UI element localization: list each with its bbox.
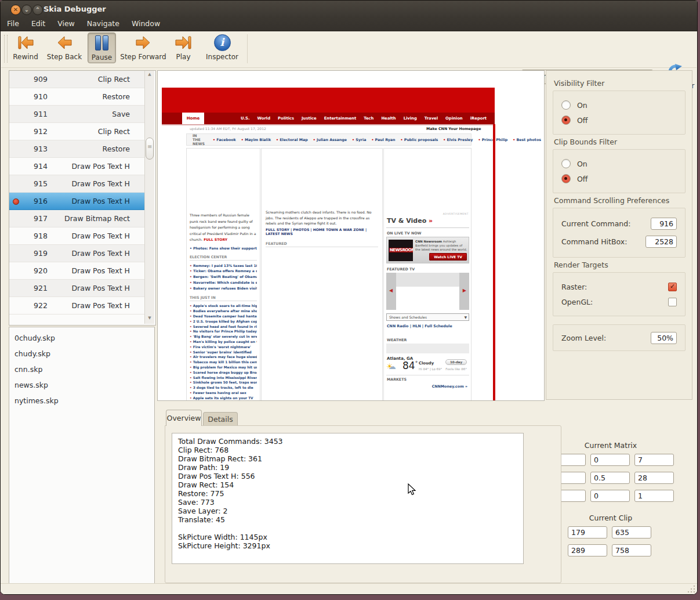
matrix-cell-input[interactable]: 0.5	[590, 472, 630, 484]
clip-bounds-off-option[interactable]: Off	[561, 171, 677, 186]
cnn-nav-bar: U.S.WorldPoliticsJusticeEntertainmentTec…	[162, 113, 495, 124]
tab-details[interactable]: Details	[203, 412, 238, 426]
cnn-featured-header: FEATURED	[266, 241, 378, 247]
cnn-header-banner	[162, 88, 495, 113]
cnn-story-links: FULL STORY | PHOTOS | HOME TOWN A WAR ZO…	[266, 227, 378, 236]
cnn-just-in-item: Apple's stock soars to all-time high	[190, 303, 257, 309]
clip-cell-input[interactable]: 758	[612, 544, 651, 556]
command-index: 919	[34, 249, 48, 258]
command-row[interactable]: 922 Draw Pos Text H	[9, 297, 145, 315]
command-index: 910	[34, 92, 48, 101]
current-matrix-grid: 0.50700.528001	[546, 454, 674, 502]
radio-icon[interactable]	[561, 159, 571, 168]
command-row[interactable]: 921 Draw Pos Text H	[9, 280, 145, 297]
cnn-weather-searchbox	[386, 344, 469, 353]
skp-file-item[interactable]: 0chudy.skp	[9, 330, 154, 346]
cnn-homepage-link: Make CNN Your Homepage	[426, 126, 481, 131]
menu-item[interactable]: Navigate	[87, 17, 119, 30]
tab-overview[interactable]: Overview	[166, 410, 202, 426]
command-row[interactable]: 917 Draw Bitmap Rect	[9, 210, 145, 227]
window-title: Skia Debugger	[43, 5, 106, 13]
scroll-down-icon[interactable]: ▼	[145, 316, 154, 323]
current-command-input[interactable]: 916	[651, 218, 677, 230]
command-index: 916	[34, 197, 48, 205]
step-back-button[interactable]: Step Back	[45, 32, 84, 61]
matrix-cell-input[interactable]: 1	[634, 490, 674, 502]
command-index: 920	[34, 266, 48, 275]
matrix-cell-input[interactable]: 28	[634, 472, 674, 484]
visibility-off-option[interactable]: Off	[561, 113, 677, 128]
command-row[interactable]: 914 Draw Pos Text H	[9, 158, 145, 175]
command-scrolling-group: Current Command: 916 Command HitBox: 252…	[553, 208, 686, 258]
window-close-button[interactable]: ✕	[10, 5, 21, 15]
rewind-button[interactable]: Rewind	[8, 32, 43, 61]
command-row[interactable]: 918 Draw Pos Text H	[9, 227, 145, 245]
skp-file-item[interactable]: nytimes.skp	[9, 393, 154, 409]
command-scrolling-title: Command Scrolling Preferences	[554, 196, 686, 205]
menu-item[interactable]: Window	[132, 17, 160, 30]
visibility-filter-title: Visibility Filter	[554, 79, 686, 88]
menu-item[interactable]: File	[7, 17, 19, 30]
cnn-news-link: Syria	[352, 138, 366, 142]
command-row[interactable]: 915 Draw Pos Text H	[9, 175, 145, 193]
skp-file-item[interactable]: chudy.skp	[9, 346, 154, 362]
matrix-cell-input[interactable]: 7	[634, 454, 674, 466]
opengl-checkbox[interactable]	[668, 298, 677, 306]
scrollbar-thumb[interactable]	[146, 138, 154, 160]
command-row[interactable]: 920 Draw Pos Text H	[9, 262, 145, 280]
cnn-just-in-item: Scared horse drags buggy up Broadway	[190, 370, 257, 375]
command-row[interactable]: 910 Restore	[9, 88, 145, 106]
command-row[interactable]: 913 Restore	[9, 140, 145, 158]
overview-textbox[interactable]: Total Draw Commands: 3453Clip Rect: 768D…	[172, 433, 524, 564]
cnn-ten-day-button: 10-day	[445, 359, 467, 365]
radio-selected-icon[interactable]	[561, 115, 571, 125]
command-row[interactable]: 916 Draw Pos Text H	[9, 193, 145, 210]
raster-checkbox[interactable]: ✓	[668, 283, 677, 291]
clip-cell-input[interactable]: 289	[568, 544, 607, 556]
cnn-news-link: Public proposals	[401, 138, 438, 142]
command-list-scrollbar[interactable]: ▲ ▼	[145, 71, 154, 324]
command-name: Draw Bitmap Rect	[64, 214, 130, 223]
clip-cell-input[interactable]: 179	[568, 526, 607, 538]
toolbar-drag-handle[interactable]	[4, 35, 8, 63]
filter-panel: Visibility Filter On Off Clip Bounds Fil…	[546, 70, 692, 400]
menu-item[interactable]: Edit	[31, 17, 45, 30]
window-minimize-button[interactable]: ⌄	[21, 5, 32, 15]
scroll-up-icon[interactable]: ▲	[145, 72, 154, 79]
matrix-cell-input[interactable]: 0	[590, 454, 630, 466]
step-forward-button[interactable]: Step Forward	[117, 32, 169, 61]
radio-selected-icon[interactable]	[561, 174, 571, 183]
overview-line: Restore: 775	[178, 489, 517, 498]
matrix-cell-input[interactable]: 0	[590, 490, 630, 502]
command-hitbox-input[interactable]: 2528	[645, 236, 677, 248]
command-row[interactable]: 911 Save	[9, 106, 145, 123]
render-canvas[interactable]: U.S.WorldPoliticsJusticeEntertainmentTec…	[157, 70, 545, 401]
window-maximize-button[interactable]: ⌃	[32, 5, 43, 15]
menu-item[interactable]: View	[57, 17, 75, 30]
pause-button[interactable]: Pause	[88, 32, 116, 63]
play-button[interactable]: Play	[169, 32, 197, 61]
resize-grip[interactable]	[687, 585, 695, 593]
radio-icon[interactable]	[561, 100, 571, 110]
visibility-on-option[interactable]: On	[561, 97, 677, 113]
zoom-level-input[interactable]: 50%	[651, 332, 677, 344]
command-name: Draw Pos Text H	[71, 249, 130, 258]
skp-file-item[interactable]: cnn.skp	[9, 362, 154, 377]
command-name: Draw Pos Text H	[71, 301, 130, 310]
skp-file-item[interactable]: news.skp	[9, 377, 154, 393]
clip-cell-input[interactable]: 635	[612, 526, 651, 538]
cnn-news-link: Facebook	[213, 138, 236, 142]
clip-bounds-on-option[interactable]: On	[561, 156, 677, 171]
command-row[interactable]: 919 Draw Pos Text H	[9, 245, 145, 262]
cnn-news-link: Best photos	[513, 138, 541, 142]
command-index: 921	[34, 284, 48, 292]
command-index: 918	[34, 232, 48, 240]
visibility-filter-group: On Off	[553, 91, 686, 135]
cnn-home-tab: Home	[182, 113, 204, 124]
inspector-button[interactable]: i Inspector	[202, 32, 242, 61]
cnn-nav-item: Health	[381, 116, 396, 121]
cnn-just-in-item: Fewer teens having oral sex	[190, 391, 257, 396]
command-row[interactable]: 909 Clip Rect	[9, 71, 145, 88]
command-index: 915	[34, 179, 48, 188]
command-row[interactable]: 912 Clip Rect	[9, 123, 145, 140]
